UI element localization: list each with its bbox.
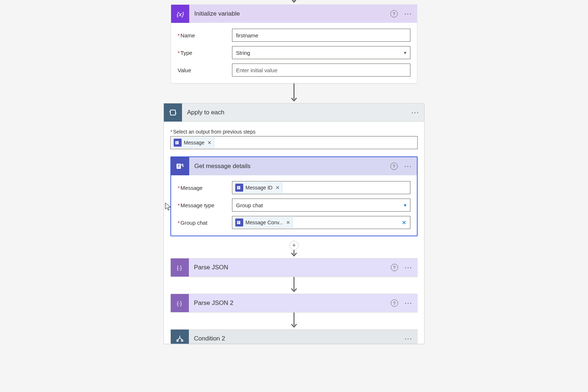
svg-rect-19 <box>177 340 178 342</box>
token-label: Message ID <box>245 185 273 191</box>
more-menu-icon[interactable]: ··· <box>404 162 412 170</box>
svg-text:T: T <box>238 221 240 224</box>
message-token[interactable]: T Message ✕ <box>172 138 214 148</box>
condition-icon <box>171 330 189 344</box>
flow-arrow <box>164 277 424 294</box>
svg-text:{·}: {·} <box>177 301 182 306</box>
data-operation-icon: {·} <box>171 294 189 312</box>
more-menu-icon[interactable]: ··· <box>405 264 412 271</box>
message-conv-token[interactable]: T Message Conv... ✕ <box>233 217 293 228</box>
card-header[interactable]: {·} Parse JSON 2 ? ··· <box>171 294 417 312</box>
chevron-down-icon: ▾ <box>404 202 406 208</box>
type-label: *Type <box>178 50 232 56</box>
parse-json-card: {·} Parse JSON ? ··· <box>170 258 418 277</box>
chevron-down-icon: ▾ <box>404 50 406 56</box>
group-chat-input[interactable]: T Message Conv... ✕ ✕ <box>232 216 410 229</box>
help-icon[interactable]: ? <box>391 264 398 271</box>
card-title: Parse JSON 2 <box>194 299 391 307</box>
remove-token-icon[interactable]: ✕ <box>207 140 212 146</box>
svg-text:T: T <box>176 142 178 144</box>
card-title: Apply to each <box>187 109 411 116</box>
message-type-label: *Message type <box>178 202 232 208</box>
card-title: Initialize variable <box>194 10 390 17</box>
help-icon[interactable]: ? <box>390 10 398 17</box>
more-menu-icon[interactable]: ··· <box>405 299 412 307</box>
card-header[interactable]: T Get message details ? ··· <box>171 157 417 175</box>
select-output-input[interactable]: T Message ✕ <box>170 136 418 149</box>
add-step-between: + <box>164 242 424 258</box>
message-id-token[interactable]: T Message ID ✕ <box>233 183 282 193</box>
card-header[interactable]: {·} Parse JSON ? ··· <box>171 258 417 277</box>
remove-token-icon[interactable]: ✕ <box>286 220 290 225</box>
svg-rect-20 <box>182 340 183 342</box>
name-input[interactable] <box>232 29 410 42</box>
token-label: Message <box>184 140 204 146</box>
data-operation-icon: {·} <box>171 258 189 277</box>
variable-icon: {x} <box>171 5 189 23</box>
flow-arrow <box>290 0 298 4</box>
parse-json-2-card: {·} Parse JSON 2 ? ··· <box>170 294 418 313</box>
help-icon[interactable]: ? <box>391 299 398 307</box>
remove-token-icon[interactable]: ✕ <box>276 185 280 191</box>
teams-mini-icon: T <box>235 184 243 192</box>
type-value: String <box>236 50 250 56</box>
initialize-variable-card: {x} Initialize variable ? ··· *Name *Typ… <box>171 4 417 83</box>
value-label: Value <box>178 67 232 73</box>
loop-icon <box>164 103 182 122</box>
svg-point-9 <box>182 166 184 167</box>
condition-2-card: Condition 2 ··· <box>170 329 418 344</box>
flow-arrow <box>164 313 424 329</box>
teams-icon: T <box>171 157 189 175</box>
help-icon[interactable]: ? <box>390 163 398 170</box>
svg-text:T: T <box>238 187 240 189</box>
value-input[interactable] <box>232 64 410 77</box>
message-input[interactable]: T Message ID ✕ <box>232 181 410 194</box>
message-type-select[interactable]: Group chat ▾ <box>232 199 410 212</box>
teams-mini-icon: T <box>235 219 243 226</box>
svg-text:{x}: {x} <box>177 11 184 18</box>
card-title: Get message details <box>194 163 390 170</box>
apply-to-each-card: Apply to each ··· *Select an output from… <box>163 103 425 344</box>
more-menu-icon[interactable]: ··· <box>404 10 412 18</box>
group-chat-label: *Group chat <box>178 220 232 226</box>
flow-arrow <box>290 83 298 103</box>
teams-mini-icon: T <box>174 139 182 147</box>
svg-text:T: T <box>178 164 180 168</box>
add-step-button[interactable]: + <box>289 241 299 250</box>
select-output-label: *Select an output from previous steps <box>170 129 418 135</box>
type-select[interactable]: String ▾ <box>232 46 410 59</box>
more-menu-icon[interactable]: ··· <box>411 109 419 117</box>
card-title: Parse JSON <box>194 264 391 271</box>
svg-text:{·}: {·} <box>177 265 182 271</box>
token-label: Message Conv... <box>245 220 283 225</box>
more-menu-icon[interactable]: ··· <box>405 335 412 343</box>
message-label: *Message <box>178 185 232 191</box>
card-title: Condition 2 <box>194 335 405 342</box>
card-header[interactable]: Condition 2 ··· <box>171 330 417 344</box>
svg-rect-3 <box>170 110 175 115</box>
card-header[interactable]: Apply to each ··· <box>164 103 424 122</box>
clear-icon[interactable]: ✕ <box>402 219 406 226</box>
name-label: *Name <box>178 32 232 38</box>
message-type-value: Group chat <box>236 202 263 208</box>
get-message-details-card: T Get message details ? ··· *Message <box>170 156 418 236</box>
card-header[interactable]: {x} Initialize variable ? ··· <box>171 5 417 23</box>
